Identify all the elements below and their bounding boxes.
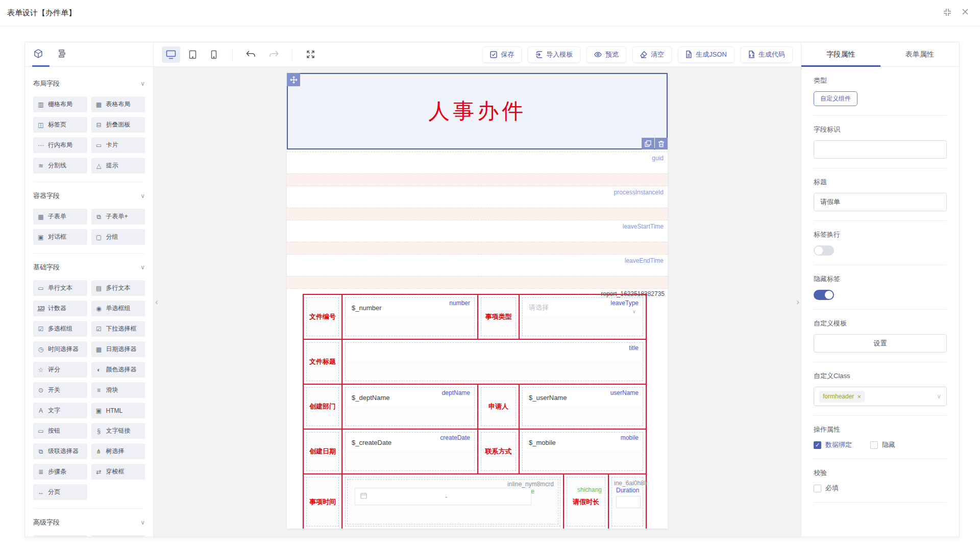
- palette-item-subform[interactable]: ▦子表单: [33, 209, 87, 224]
- palette-item-time-picker[interactable]: ◷时间选择器: [33, 341, 87, 357]
- hidden-field-guid[interactable]: guid: [287, 152, 668, 173]
- cell-file-title-field[interactable]: title: [341, 340, 646, 384]
- remove-tag-icon[interactable]: ×: [857, 393, 861, 400]
- delete-component-icon[interactable]: [655, 138, 668, 149]
- title-input[interactable]: [814, 193, 947, 211]
- hidden-field-leave-start-time[interactable]: leaveStartTime: [287, 220, 668, 242]
- palette-item-pagination[interactable]: ↔分页: [33, 484, 87, 500]
- cell-matter-type-label[interactable]: 事项类型: [477, 295, 519, 339]
- palette-item-tree-select[interactable]: ⋔树选择: [91, 443, 145, 459]
- palette-item-divider[interactable]: ≋分割线: [33, 158, 87, 173]
- cell-file-title-label[interactable]: 文件标题: [304, 340, 341, 384]
- palette-item-card[interactable]: ▭卡片: [91, 137, 145, 153]
- palette-item-transfer[interactable]: ⇄穿梭框: [91, 464, 145, 480]
- palette-item-alert[interactable]: △提示: [91, 158, 145, 173]
- fullscreen-icon[interactable]: [302, 46, 319, 63]
- hidden-checkbox[interactable]: 隐藏: [870, 440, 895, 449]
- palette-item-subform-plus[interactable]: ⧉子表单+: [91, 209, 145, 224]
- drag-handle-icon[interactable]: [287, 73, 300, 86]
- generate-code-button[interactable]: 生成代码: [741, 46, 793, 63]
- import-template-button[interactable]: 导入模板: [528, 46, 580, 63]
- palette-item-single-line-text[interactable]: ▭单行文本: [33, 280, 87, 296]
- palette-item-custom-area[interactable]: ◈自定义区域: [33, 535, 87, 537]
- section-header-container[interactable]: 容器字段∨: [33, 191, 145, 201]
- save-button[interactable]: 保存: [482, 46, 522, 63]
- cell-applicant-field[interactable]: userName$_userName: [519, 385, 646, 429]
- custom-class-select[interactable]: formheader× ∨: [814, 387, 947, 406]
- collapse-right-panel-icon[interactable]: ›: [796, 297, 799, 307]
- cell-file-number-field[interactable]: number$_number: [341, 295, 477, 339]
- palette-item-table-layout[interactable]: ▦表格布局: [91, 96, 145, 112]
- palette-item-switch[interactable]: ⊙开关: [33, 382, 87, 398]
- close-icon[interactable]: [962, 8, 969, 16]
- palette-item-steps[interactable]: ≣步骤条: [33, 464, 87, 480]
- palette-item-tabs[interactable]: ◫标签页: [33, 117, 87, 133]
- palette-item-custom-component[interactable]: ◇自定义组件: [91, 535, 145, 537]
- tab-form-props[interactable]: 表单属性: [880, 42, 960, 66]
- palette-item-html[interactable]: ▣HTML: [91, 403, 145, 418]
- palette-item-collapse[interactable]: ⊟折叠面板: [91, 117, 145, 133]
- clear-button[interactable]: 清空: [632, 46, 672, 63]
- monitor-icon[interactable]: [162, 46, 180, 63]
- label-wrap-toggle[interactable]: [814, 245, 834, 256]
- cell-leave-duration-label[interactable]: shichang请假时长: [563, 474, 608, 529]
- hidden-field-leave-end-time[interactable]: leaveEndTime: [287, 255, 668, 276]
- chevron-down-icon: ∨: [140, 264, 145, 271]
- palette-item-text-link[interactable]: §文字链接: [91, 423, 145, 439]
- cell-create-date-label[interactable]: 创建日期: [304, 430, 341, 473]
- cell-create-dept-field[interactable]: deptName$_deptName: [341, 385, 477, 429]
- palette-item-rate[interactable]: ☆评分: [33, 362, 87, 378]
- palette-item-checkbox-group[interactable]: ☑多选框组: [33, 321, 87, 337]
- tab-field-props[interactable]: 字段属性: [801, 42, 880, 66]
- compress-icon[interactable]: [943, 8, 951, 16]
- duration-input[interactable]: [616, 496, 641, 508]
- phone-icon[interactable]: [205, 46, 223, 63]
- palette-item-grid-layout[interactable]: ▥栅格布局: [33, 96, 87, 112]
- form-header-component-selected[interactable]: 人事办件: [287, 73, 668, 149]
- cell-applicant-label[interactable]: 申请人: [477, 385, 519, 429]
- palette-item-select[interactable]: ☑下拉选择框: [91, 321, 145, 337]
- preview-button[interactable]: 预览: [586, 46, 626, 63]
- palette-item-button[interactable]: ▭按钮: [33, 423, 87, 439]
- cell-contact-field[interactable]: mobile$_mobile: [519, 430, 646, 473]
- section-header-advanced[interactable]: 高级字段∨: [33, 518, 145, 527]
- hidden-field-process-instance-id[interactable]: processInstanceId: [287, 186, 668, 208]
- palette-item-slider[interactable]: ≡滑块: [91, 382, 145, 398]
- palette-item-radio-group[interactable]: ◉单选框组: [91, 300, 145, 316]
- section-header-basic[interactable]: 基础字段∨: [33, 263, 145, 272]
- palette-item-date-picker[interactable]: ▦日期选择器: [91, 341, 145, 357]
- field-tag: number: [449, 299, 470, 307]
- cell-contact-label[interactable]: 联系方式: [477, 430, 519, 473]
- palette-item-inline-layout[interactable]: ⋯行内布局: [33, 137, 87, 153]
- palette-item-color-picker[interactable]: ◐颜色选择器: [91, 362, 145, 378]
- cell-matter-type-field[interactable]: leaveType请选择∨: [519, 295, 646, 339]
- required-checkbox[interactable]: 必填: [814, 484, 947, 493]
- components-tab-icon[interactable]: [33, 48, 43, 61]
- generate-json-button[interactable]: 生成JSON: [678, 46, 734, 63]
- palette-item-multi-line-text[interactable]: ▤多行文本: [91, 280, 145, 296]
- undo-icon[interactable]: [242, 46, 259, 63]
- palette-item-counter[interactable]: 123计数器: [33, 300, 87, 316]
- cell-create-dept-label[interactable]: 创建部门: [304, 385, 341, 429]
- palette-item-cascader[interactable]: ⧉级联选择器: [33, 443, 87, 459]
- section-header-layout[interactable]: 布局字段∨: [33, 79, 145, 88]
- palette-item-group[interactable]: ▢分组: [91, 229, 145, 245]
- data-bind-checkbox[interactable]: ✓数据绑定: [814, 440, 852, 449]
- cell-create-date-field[interactable]: createDate$_createDate: [341, 430, 477, 473]
- cell-duration-field[interactable]: ine_6ai0h8lr Duration: [608, 474, 646, 529]
- palette-item-dialog[interactable]: ▣对话框: [33, 229, 87, 245]
- date-range-picker[interactable]: -: [355, 488, 531, 505]
- copy-component-icon[interactable]: [642, 138, 654, 149]
- palette-item-text[interactable]: A文字: [33, 403, 87, 418]
- cell-matter-time-label[interactable]: 事项时间: [304, 474, 341, 529]
- redo-icon[interactable]: [265, 46, 283, 63]
- hide-label-toggle[interactable]: [814, 290, 834, 300]
- field-id-input[interactable]: [814, 140, 947, 159]
- custom-template-settings-button[interactable]: 设置: [814, 334, 947, 353]
- cell-file-number-label[interactable]: 文件编号: [304, 295, 341, 339]
- collapse-left-panel-icon[interactable]: ‹: [155, 297, 158, 307]
- tablet-icon[interactable]: [183, 46, 202, 63]
- outline-tab-icon[interactable]: [57, 49, 66, 60]
- inline-container[interactable]: inline_nym8mcrd leavedate -: [347, 479, 558, 524]
- cell-matter-time-field[interactable]: inline_nym8mcrd leavedate -: [341, 474, 563, 529]
